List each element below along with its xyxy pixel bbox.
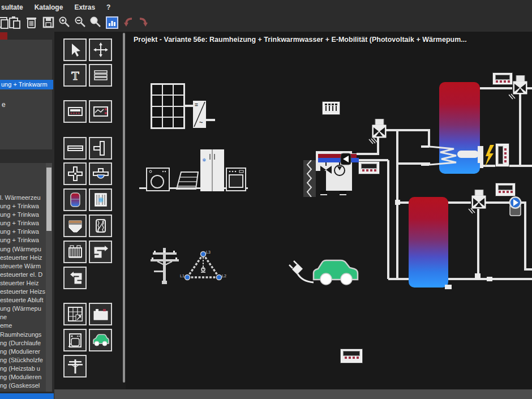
tool-plate-heat-exchanger-button[interactable] bbox=[89, 214, 112, 237]
washing-machine[interactable] bbox=[146, 168, 170, 191]
tool-pipe-tee-button[interactable] bbox=[89, 137, 112, 160]
zoom-in-icon[interactable] bbox=[89, 16, 102, 29]
tool-plot-monitor-button[interactable] bbox=[89, 100, 112, 123]
pipe bbox=[477, 209, 479, 276]
variant-list-item[interactable]: ung + Trinkwa bbox=[0, 202, 48, 211]
variant-list-item[interactable]: ung + Trinkwa bbox=[0, 219, 48, 228]
palette-scrollbar[interactable] bbox=[123, 33, 125, 383]
inverter[interactable]: = ~ bbox=[193, 101, 206, 128]
bottom-scroll-strip[interactable] bbox=[54, 389, 532, 399]
variant-list-item[interactable]: esteuerte Abluft bbox=[0, 296, 48, 304]
dishwasher[interactable] bbox=[173, 170, 200, 191]
pipe-connector bbox=[475, 273, 480, 279]
tool-pan-button[interactable] bbox=[89, 38, 112, 61]
variant-list-scroll-thumb[interactable] bbox=[46, 168, 52, 231]
electric-heating-rod[interactable] bbox=[457, 151, 479, 158]
tool-three-way-valve-button[interactable] bbox=[89, 162, 112, 185]
variant-list-item[interactable]: steuerter Heiz bbox=[0, 279, 48, 288]
tool-heat-exchanger-button[interactable]: ❄ bbox=[89, 188, 112, 211]
variant-list-item[interactable]: ng (Modulierer bbox=[0, 347, 48, 356]
variant-list-item[interactable]: ng (Heizstab u bbox=[0, 364, 48, 373]
fridge[interactable]: ❄ bbox=[200, 149, 224, 191]
canvas-title: Projekt - Variante 56e: Raumheizung + Tr… bbox=[134, 36, 467, 44]
controller-bottom[interactable] bbox=[341, 349, 362, 363]
pipe bbox=[480, 87, 512, 89]
power-pole[interactable] bbox=[149, 246, 180, 286]
variant-list-item[interactable]: ung + Trinkwa bbox=[0, 211, 48, 219]
pipe bbox=[359, 159, 388, 161]
menu-bar: sultateKatalogeExtras? bbox=[0, 0, 532, 15]
electric-car[interactable] bbox=[310, 256, 361, 285]
variant-list-item[interactable]: ng (Stückholzfe bbox=[0, 356, 48, 364]
pv-panel[interactable] bbox=[151, 83, 185, 129]
menu-item[interactable]: sultate bbox=[1, 3, 23, 11]
variant-list-item[interactable]: ng (Gaskessel bbox=[0, 381, 48, 390]
tool-storage-tank-button[interactable] bbox=[63, 188, 87, 211]
variant-list-item[interactable]: esteuerter Heizs bbox=[0, 288, 48, 296]
snowflake-icon: ❄ bbox=[202, 157, 207, 163]
tool-text-button[interactable]: T bbox=[63, 64, 87, 87]
mixing-valve-heating[interactable] bbox=[467, 190, 490, 217]
variant-list-item[interactable]: ung + Trinkwa bbox=[0, 228, 48, 236]
controller-pv[interactable] bbox=[323, 102, 340, 114]
delta-transformer[interactable] bbox=[179, 249, 230, 285]
paste-icon[interactable] bbox=[8, 16, 22, 29]
variant-list-item[interactable]: steuerte Wärm bbox=[0, 262, 48, 271]
tool-battery-button[interactable] bbox=[89, 303, 112, 325]
variant-list-item[interactable]: ne bbox=[0, 313, 48, 321]
inverter-ac-label: ~ bbox=[199, 119, 203, 126]
controller-heating-loop[interactable] bbox=[496, 183, 515, 196]
zoom-selection-icon[interactable] bbox=[58, 16, 71, 29]
tool-pipe-button[interactable] bbox=[63, 137, 87, 160]
delete-trash-icon[interactable] bbox=[25, 16, 38, 29]
tool-flow-pipe-left-button[interactable] bbox=[63, 267, 87, 289]
variant-list-item[interactable]: Raumheizungs bbox=[0, 331, 48, 339]
tool-boiler-button[interactable] bbox=[63, 214, 87, 237]
tool-electric-car-button[interactable] bbox=[89, 329, 112, 351]
results-chart-icon[interactable] bbox=[105, 16, 119, 29]
tool-controller-button[interactable] bbox=[63, 100, 87, 123]
variant-list-item[interactable]: l. Wärmeerzeu bbox=[0, 194, 48, 202]
menu-item[interactable]: Kataloge bbox=[35, 3, 63, 11]
mixing-valve-dhw[interactable] bbox=[509, 75, 531, 102]
variant-list-item[interactable]: ung + Trinkwa bbox=[0, 236, 48, 244]
svg-text:T: T bbox=[71, 68, 79, 83]
pipe-connector bbox=[445, 285, 452, 289]
heat-pump-foot bbox=[320, 191, 327, 195]
menu-item[interactable]: Extras bbox=[74, 3, 95, 11]
lightning-icon bbox=[484, 144, 495, 168]
tool-pv-module-button[interactable] bbox=[63, 303, 87, 325]
phase-label-l1: L1 bbox=[180, 274, 185, 278]
tool-appliance-button[interactable] bbox=[63, 329, 87, 351]
tool-power-grid-pole-button[interactable] bbox=[63, 355, 87, 377]
inverter-dc-label: = bbox=[195, 102, 198, 108]
save-icon[interactable] bbox=[42, 16, 55, 29]
zoom-out-icon[interactable] bbox=[74, 16, 87, 29]
oven[interactable] bbox=[226, 168, 246, 191]
variant-list-item[interactable]: eme bbox=[0, 321, 48, 330]
heat-pump-pump[interactable] bbox=[340, 153, 351, 165]
variant-list-item[interactable]: esteuerter el. D bbox=[0, 271, 48, 279]
tool-flow-pipe-right-button[interactable] bbox=[89, 241, 112, 263]
tool-annotation-lines-button[interactable] bbox=[89, 64, 112, 87]
menu-item[interactable]: ? bbox=[106, 3, 110, 11]
variant-list-item[interactable]: esteuerter Heiz bbox=[0, 254, 48, 262]
variant-list-item[interactable]: ung (Wärmepu bbox=[0, 304, 48, 313]
tree-item-selected[interactable]: ung + Trinkwarm bbox=[0, 80, 53, 89]
redo-icon[interactable] bbox=[136, 16, 150, 29]
heat-pump-evaporator bbox=[303, 160, 316, 197]
tree-item-partial[interactable]: e bbox=[2, 101, 6, 109]
controller-heat-pump[interactable] bbox=[359, 162, 379, 174]
variant-list-item[interactable]: ung (Wärmepu bbox=[0, 245, 48, 254]
tool-pipe-cross-button[interactable] bbox=[63, 162, 87, 185]
tool-radiator-button[interactable] bbox=[63, 241, 87, 263]
buffer-storage-tank[interactable] bbox=[409, 197, 448, 288]
variant-list-item[interactable]: ng (Durchlaufe bbox=[0, 339, 48, 347]
controller-heater[interactable] bbox=[496, 144, 509, 166]
circulation-pump[interactable] bbox=[508, 195, 524, 217]
variant-list-item[interactable]: ng (Modulieren bbox=[0, 373, 48, 381]
tool-select-button[interactable] bbox=[63, 38, 87, 61]
phase-label-l2: L2 bbox=[222, 274, 226, 278]
mixing-valve-heat-pump[interactable] bbox=[368, 119, 391, 146]
undo-icon[interactable] bbox=[122, 16, 135, 29]
